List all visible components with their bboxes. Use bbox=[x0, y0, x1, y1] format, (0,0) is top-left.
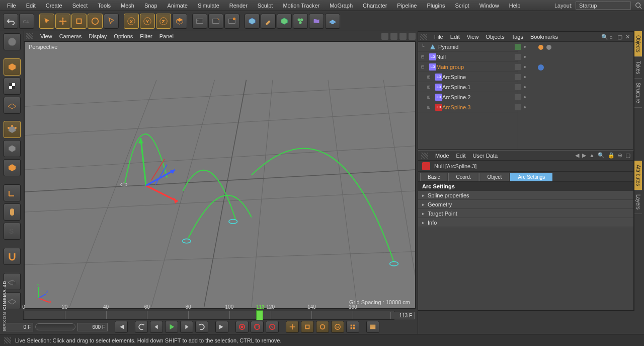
menu-animate[interactable]: Animate bbox=[163, 1, 193, 10]
lock-icon[interactable]: 🔒 bbox=[608, 152, 615, 159]
side-tab-takes[interactable]: Takes bbox=[634, 57, 642, 79]
axis-button[interactable] bbox=[4, 184, 21, 201]
key-param-button[interactable]: P bbox=[331, 321, 344, 333]
floor-button[interactable] bbox=[325, 14, 340, 29]
object-name[interactable]: Main group bbox=[436, 64, 464, 70]
y-axis-button[interactable]: Y bbox=[140, 14, 155, 29]
search-icon[interactable]: 🔍 bbox=[601, 34, 607, 40]
layer-tag-icon[interactable]: L0 bbox=[429, 63, 436, 71]
object-name[interactable]: ArcSpline.1 bbox=[442, 84, 470, 90]
start-frame-field[interactable] bbox=[3, 323, 33, 331]
end-frame-field[interactable] bbox=[77, 323, 108, 331]
model-mode-button[interactable] bbox=[4, 58, 21, 76]
timeline-playhead[interactable] bbox=[256, 310, 263, 320]
prev-frame-button[interactable] bbox=[150, 321, 163, 333]
key-rot-button[interactable] bbox=[316, 321, 329, 333]
vp-menu-options[interactable]: Options bbox=[114, 33, 133, 39]
om-menu-edit[interactable]: Edit bbox=[450, 34, 460, 40]
scene-clip-button[interactable] bbox=[366, 321, 379, 333]
deformer-button[interactable] bbox=[309, 14, 324, 29]
side-tab-structure[interactable]: Structure bbox=[634, 79, 642, 108]
snap-button[interactable]: S bbox=[4, 223, 21, 240]
range-slider[interactable] bbox=[35, 323, 75, 330]
menu-script[interactable]: Script bbox=[450, 1, 474, 10]
autokey-button[interactable] bbox=[251, 321, 264, 333]
menu-file[interactable]: File bbox=[2, 1, 21, 10]
expander-spline-properties[interactable]: Spline properties bbox=[418, 191, 633, 200]
vp-menu-cameras[interactable]: Cameras bbox=[59, 33, 82, 39]
nav-up-icon[interactable]: ▲ bbox=[589, 152, 595, 159]
timeline-ruler[interactable]: 113 020406080100120140160 bbox=[23, 311, 394, 320]
key-pla-button[interactable] bbox=[346, 321, 359, 333]
play-button[interactable] bbox=[165, 321, 178, 333]
rotate-tool[interactable] bbox=[88, 14, 103, 29]
object-name[interactable]: ArcSpline bbox=[442, 74, 466, 80]
redo-button[interactable]: C4 bbox=[19, 14, 34, 29]
display-tag-icon[interactable] bbox=[537, 44, 544, 51]
array-button[interactable] bbox=[293, 14, 308, 29]
grip-icon[interactable] bbox=[26, 33, 33, 39]
object-name[interactable]: ArcSpline.2 bbox=[442, 94, 470, 100]
vp-nav-icon[interactable] bbox=[381, 33, 388, 40]
menu-select[interactable]: Select bbox=[67, 1, 93, 10]
menu-mograph[interactable]: MoGraph bbox=[325, 1, 358, 10]
keyframe-sel-button[interactable]: ? bbox=[266, 321, 279, 333]
object-name[interactable]: Null bbox=[436, 54, 446, 60]
menu-pipeline[interactable]: Pipeline bbox=[392, 1, 422, 10]
nurbs-button[interactable] bbox=[277, 14, 292, 29]
om-menu-tags[interactable]: Tags bbox=[512, 34, 523, 40]
am-menu-mode[interactable]: Mode bbox=[435, 153, 449, 159]
scale-tool[interactable] bbox=[71, 14, 87, 29]
nav-back-icon[interactable]: ◀ bbox=[575, 152, 579, 159]
select-tool[interactable] bbox=[39, 14, 54, 29]
side-tab-layers[interactable]: Layers bbox=[634, 190, 642, 214]
current-frame-field[interactable]: 113 F bbox=[390, 312, 415, 319]
record-button[interactable] bbox=[235, 321, 249, 333]
menu-snap[interactable]: Snap bbox=[139, 1, 163, 10]
layer-tag-icon[interactable]: L0 bbox=[435, 94, 442, 101]
render-settings-button[interactable] bbox=[208, 14, 223, 29]
menu-mesh[interactable]: Mesh bbox=[116, 1, 139, 10]
object-tree[interactable]: └ Pyramid ⊟ L0 Null ⊟ L0 Main bbox=[418, 42, 633, 149]
om-menu-view[interactable]: View bbox=[467, 34, 479, 40]
home-icon[interactable]: ⌂ bbox=[609, 34, 615, 40]
menu-character[interactable]: Character bbox=[358, 1, 392, 10]
maximize-icon[interactable]: ▢ bbox=[617, 34, 623, 40]
am-menu-userdata[interactable]: User Data bbox=[473, 153, 498, 159]
move-tool[interactable] bbox=[55, 14, 70, 29]
workplane-button[interactable] bbox=[4, 97, 21, 114]
vp-nav-icon[interactable] bbox=[399, 33, 407, 40]
goto-end-button[interactable] bbox=[215, 321, 228, 333]
grip-icon[interactable] bbox=[4, 337, 11, 343]
prev-key-button[interactable] bbox=[135, 321, 148, 333]
pen-tool-button[interactable] bbox=[261, 14, 276, 29]
layer-tag-icon[interactable]: L0 bbox=[435, 74, 442, 81]
menu-sculpt[interactable]: Sculpt bbox=[253, 1, 278, 10]
close-icon[interactable]: ✕ bbox=[625, 34, 631, 40]
x-axis-button[interactable]: X bbox=[124, 14, 139, 29]
layer-tag-icon[interactable]: L0 bbox=[435, 104, 442, 111]
search-icon[interactable] bbox=[635, 2, 642, 9]
vp-menu-panel[interactable]: Panel bbox=[159, 33, 174, 39]
expander-info[interactable]: Info bbox=[418, 218, 633, 227]
next-frame-button[interactable] bbox=[180, 321, 193, 333]
menu-motiontracker[interactable]: Motion Tracker bbox=[278, 1, 325, 10]
key-pos-button[interactable] bbox=[286, 321, 299, 333]
coord-system-button[interactable] bbox=[172, 14, 187, 29]
menu-render[interactable]: Render bbox=[224, 1, 253, 10]
menu-plugins[interactable]: Plugins bbox=[422, 1, 450, 10]
texture-mode-button[interactable] bbox=[4, 78, 21, 95]
object-name[interactable]: Pyramid bbox=[438, 44, 458, 50]
perspective-viewport[interactable]: Perspective bbox=[24, 41, 416, 309]
vp-nav-icon[interactable] bbox=[409, 33, 416, 40]
python-tag-icon[interactable] bbox=[537, 64, 544, 71]
layer-tag-icon[interactable]: L0 bbox=[429, 53, 436, 60]
expander-target-point[interactable]: Target Point bbox=[418, 209, 633, 218]
vp-nav-icon[interactable] bbox=[390, 33, 397, 40]
visibility-dot-icon[interactable] bbox=[515, 44, 521, 50]
maximize-icon[interactable]: ▢ bbox=[625, 152, 630, 159]
lasso-tool[interactable] bbox=[104, 14, 119, 29]
menu-simulate[interactable]: Simulate bbox=[193, 1, 224, 10]
menu-tools[interactable]: Tools bbox=[93, 1, 116, 10]
polygon-mode-button[interactable] bbox=[4, 159, 21, 176]
